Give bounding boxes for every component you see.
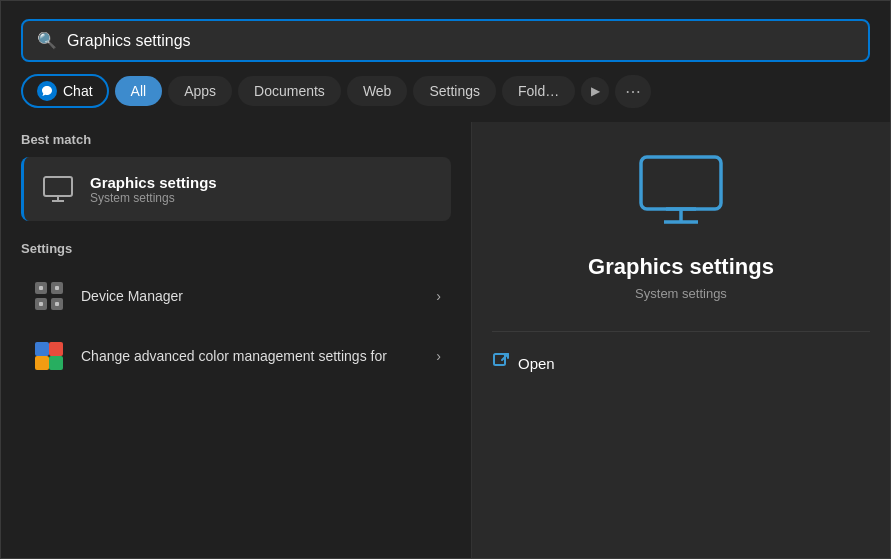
search-input[interactable] (67, 32, 854, 50)
svg-rect-15 (49, 356, 63, 370)
settings-item-device-manager[interactable]: Device Manager › (21, 266, 451, 326)
best-match-label: Best match (21, 132, 451, 147)
best-match-title: Graphics settings (90, 174, 217, 191)
tab-settings[interactable]: Settings (413, 76, 496, 106)
device-manager-title: Device Manager (81, 288, 422, 304)
color-management-arrow: › (436, 348, 441, 364)
best-match-subtitle: System settings (90, 191, 217, 205)
settings-item-color-management[interactable]: Change advanced color management setting… (21, 326, 451, 386)
tab-web[interactable]: Web (347, 76, 408, 106)
tab-documents[interactable]: Documents (238, 76, 341, 106)
open-icon (492, 352, 510, 374)
start-menu: 🔍 Chat All Apps Documents Web (0, 0, 891, 559)
search-icon: 🔍 (37, 31, 57, 50)
best-match-icon (40, 171, 76, 207)
svg-rect-11 (55, 302, 59, 306)
chat-icon (37, 81, 57, 101)
left-panel: Best match Graphics settings System sett… (1, 122, 471, 558)
tab-all[interactable]: All (115, 76, 163, 106)
device-manager-icon (31, 278, 67, 314)
tab-chat-label: Chat (63, 83, 93, 99)
search-bar[interactable]: 🔍 (21, 19, 870, 62)
right-panel-title: Graphics settings (588, 254, 774, 280)
tab-all-label: All (131, 83, 147, 99)
tab-chat[interactable]: Chat (21, 74, 109, 108)
svg-rect-8 (39, 286, 43, 290)
filter-tabs: Chat All Apps Documents Web Settings Fol… (1, 74, 890, 122)
color-management-text: Change advanced color management setting… (81, 348, 422, 364)
svg-rect-14 (35, 356, 49, 370)
best-match-text: Graphics settings System settings (90, 174, 217, 205)
svg-rect-0 (44, 177, 72, 196)
svg-rect-16 (641, 157, 721, 209)
tab-web-label: Web (363, 83, 392, 99)
main-content: Best match Graphics settings System sett… (1, 122, 890, 558)
svg-rect-10 (39, 302, 43, 306)
svg-rect-12 (35, 342, 49, 356)
tab-apps[interactable]: Apps (168, 76, 232, 106)
tabs-more-button[interactable]: ⋯ (615, 75, 651, 108)
right-panel-icon (636, 152, 726, 234)
color-management-title: Change advanced color management setting… (81, 348, 422, 364)
tab-folders-label: Fold… (518, 83, 559, 99)
open-label: Open (518, 355, 555, 372)
tab-apps-label: Apps (184, 83, 216, 99)
settings-section-label: Settings (21, 241, 451, 256)
tabs-arrow-more[interactable]: ▶ (581, 77, 609, 105)
tab-folders[interactable]: Fold… (502, 76, 575, 106)
right-panel-subtitle: System settings (635, 286, 727, 301)
color-management-icon (31, 338, 67, 374)
tab-settings-label: Settings (429, 83, 480, 99)
device-manager-text: Device Manager (81, 288, 422, 304)
svg-rect-9 (55, 286, 59, 290)
right-panel-divider (492, 331, 870, 332)
device-manager-arrow: › (436, 288, 441, 304)
svg-rect-13 (49, 342, 63, 356)
best-match-item[interactable]: Graphics settings System settings (21, 157, 451, 221)
tab-documents-label: Documents (254, 83, 325, 99)
open-button[interactable]: Open (492, 352, 555, 374)
right-panel: Graphics settings System settings Open (471, 122, 890, 558)
